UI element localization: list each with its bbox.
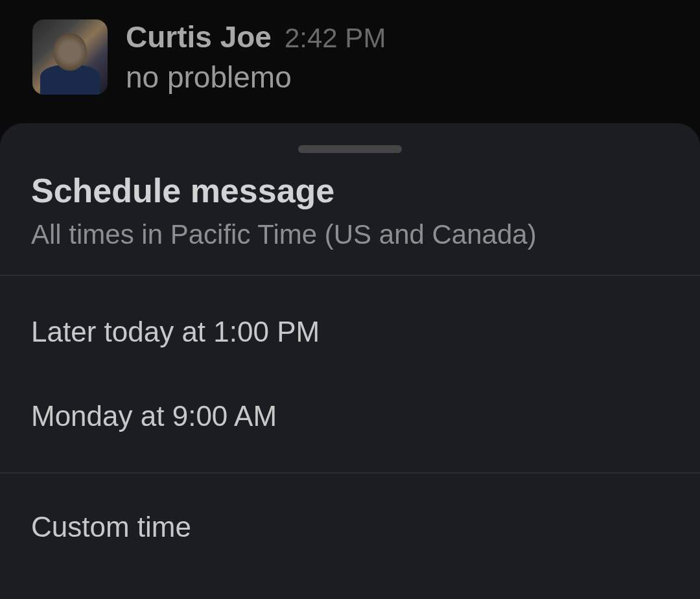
drag-handle[interactable] [298, 145, 402, 153]
sheet-title: Schedule message [31, 171, 669, 210]
option-group: Later today at 1:00 PM Monday at 9:00 AM [0, 276, 700, 473]
schedule-option-custom[interactable]: Custom time [0, 473, 700, 569]
message-text: no problemo [126, 60, 386, 95]
schedule-sheet: Schedule message All times in Pacific Ti… [0, 123, 700, 599]
sheet-subtitle: All times in Pacific Time (US and Canada… [31, 219, 669, 250]
timestamp: 2:42 PM [285, 23, 386, 54]
avatar[interactable] [32, 19, 108, 95]
sheet-header: Schedule message All times in Pacific Ti… [0, 153, 700, 275]
author-name[interactable]: Curtis Joe [126, 19, 272, 54]
schedule-option-monday[interactable]: Monday at 9:00 AM [0, 374, 700, 458]
message-row: Curtis Joe 2:42 PM no problemo [0, 0, 700, 95]
message-header: Curtis Joe 2:42 PM [126, 19, 386, 54]
message-content: Curtis Joe 2:42 PM no problemo [126, 19, 386, 95]
schedule-option-later-today[interactable]: Later today at 1:00 PM [0, 290, 700, 374]
